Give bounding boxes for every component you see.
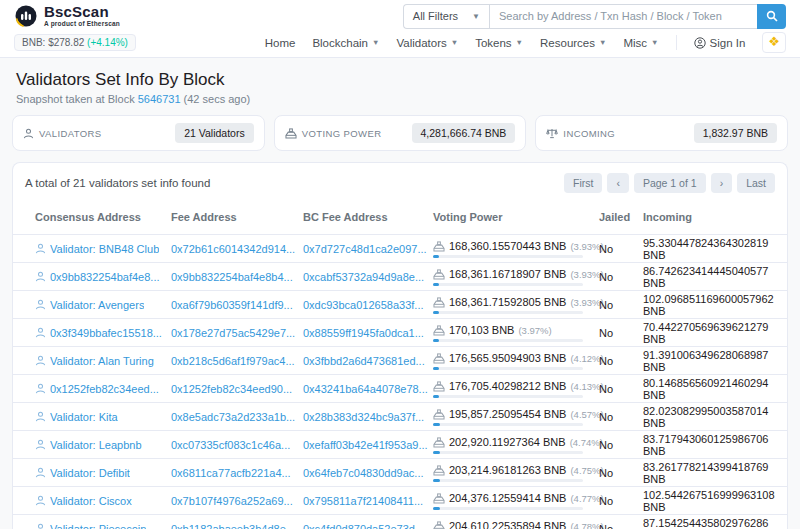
voting-power-percent: (3.97%)	[518, 325, 551, 336]
voting-power-fill	[433, 367, 439, 370]
ballot-box-icon	[433, 493, 445, 504]
table-row: Validator: Kita 0x8e5adc73a2d233a1b... 0…	[13, 403, 787, 431]
consensus-address-link[interactable]: Validator: Defibit	[50, 467, 130, 479]
bc-fee-address-link[interactable]: 0x28b383d324bc9a37f...	[303, 411, 424, 423]
validators-stat-value: 21 Validators	[175, 123, 254, 143]
validators-icon	[23, 128, 34, 139]
bc-fee-address-link[interactable]: 0x88559ff1945fa0dca1...	[303, 327, 424, 339]
fee-address-link[interactable]: 0x7b107f4976a252a69...	[171, 495, 293, 507]
voting-power-percent: (4.74%)	[570, 437, 603, 448]
jailed-value: No	[599, 327, 643, 339]
consensus-address-link[interactable]: Validator: Leapbnb	[50, 439, 142, 451]
bnb-chain-button[interactable]: ❖	[762, 32, 786, 53]
bc-fee-address-link[interactable]: 0xefaff03b42e41f953a9...	[303, 439, 428, 451]
voting-power-stat-card: VOTING POWER 4,281,666.74 BNB	[274, 115, 527, 151]
voting-power-bar	[433, 367, 583, 370]
fee-address-link[interactable]: 0xa6f79b60359f141df9...	[171, 299, 293, 311]
pagination-prev-button[interactable]: ‹	[607, 173, 629, 193]
sign-in-button[interactable]: Sign In	[694, 37, 746, 49]
validators-table-card: A total of 21 validators set info found …	[12, 162, 788, 529]
incoming-value: 70.442270569639621279 BNB	[643, 321, 775, 345]
voting-power-fill	[433, 479, 440, 482]
pagination-next-button[interactable]: ›	[711, 173, 733, 193]
ballot-box-icon	[433, 325, 445, 336]
consensus-address-link[interactable]: 0x3f349bbafec15518...	[50, 327, 162, 339]
pagination-current-page: Page 1 of 1	[634, 173, 706, 193]
bscscan-logo[interactable]: BscScan A product of Etherscan	[14, 4, 120, 28]
bc-fee-address-link[interactable]: 0x795811a7f21408411...	[303, 495, 423, 507]
ballot-box-icon	[433, 297, 445, 308]
fee-address-link[interactable]: 0x6811ca77acfb221a4...	[171, 467, 291, 479]
voting-power-stat-value: 4,281,666.74 BNB	[412, 123, 516, 143]
validators-stat-card: VALIDATORS 21 Validators	[12, 115, 265, 151]
bc-fee-address-link[interactable]: 0xcabf53732a94d9a8e...	[303, 271, 424, 283]
ballot-box-icon	[433, 381, 445, 392]
consensus-address-link[interactable]: Validator: BNB48 Club	[50, 243, 159, 255]
voting-power-value: 168,361.71592805 BNB	[449, 296, 566, 308]
fee-address-link[interactable]: 0x178e27d75ac5429e7...	[171, 327, 295, 339]
consensus-address-link[interactable]: Validator: Avengers	[50, 299, 144, 311]
nav-item-blockchain[interactable]: Blockchain ▼	[312, 37, 379, 49]
fee-address-link[interactable]: 0x1252feb82c34eed90...	[171, 383, 292, 395]
voting-power-value: 202,920.11927364 BNB	[449, 436, 566, 448]
nav-item-home[interactable]: Home	[265, 37, 296, 49]
chevron-down-icon: ▼	[451, 38, 458, 47]
search-filter-label: All Filters	[413, 10, 458, 22]
fee-address-link[interactable]: 0xb218c5d6af1f979ac4...	[171, 355, 295, 367]
bnb-price-change: (+4.14%)	[87, 37, 128, 48]
bc-fee-address-link[interactable]: 0xc4fd0d870da52e73d...	[303, 523, 424, 529]
table-card-header: A total of 21 validators set info found …	[13, 163, 787, 203]
nav-item-resources[interactable]: Resources ▼	[540, 37, 606, 49]
page-content: Validators Set Info By Block Snapshot ta…	[0, 58, 800, 529]
person-icon	[35, 355, 46, 366]
voting-power-value: 176,705.40298212 BNB	[449, 380, 566, 392]
voting-power-value: 204,376.12559414 BNB	[449, 492, 566, 504]
pagination-last-button[interactable]: Last	[737, 173, 775, 193]
fee-address-link[interactable]: 0x8e5adc73a2d233a1b...	[171, 411, 295, 423]
consensus-address-link[interactable]: Validator: Piececoin	[50, 523, 146, 529]
consensus-address-link[interactable]: Validator: Alan Turing	[50, 355, 154, 367]
page-title: Validators Set Info By Block	[16, 70, 784, 90]
chevron-down-icon: ▼	[372, 38, 379, 47]
column-header-voting-power: Voting Power	[433, 207, 599, 226]
jailed-value: No	[599, 299, 643, 311]
bc-fee-address-link[interactable]: 0x64feb7c04830dd9ac...	[303, 467, 424, 479]
nav-item-tokens[interactable]: Tokens ▼	[475, 37, 523, 49]
consensus-address-link[interactable]: Validator: Ciscox	[50, 495, 132, 507]
bc-fee-address-link[interactable]: 0x3fbbd2a6d473681ed...	[303, 355, 425, 367]
nav-item-validators[interactable]: Validators ▼	[396, 37, 458, 49]
jailed-value: No	[599, 243, 643, 255]
voting-power-bar	[433, 339, 583, 342]
incoming-value: 83.717943060125986706 BNB	[643, 433, 775, 457]
block-number-link[interactable]: 5646731	[138, 93, 181, 105]
jailed-value: No	[599, 439, 643, 451]
table-body: Validator: BNB48 Club 0x72b61c6014342d91…	[13, 235, 787, 529]
pagination-first-button[interactable]: First	[564, 173, 602, 193]
top-bar: BscScan A product of Etherscan All Filte…	[0, 0, 800, 32]
fee-address-link[interactable]: 0x72b61c6014342d914...	[171, 243, 295, 255]
search-input[interactable]	[489, 4, 757, 29]
consensus-address-link[interactable]: Validator: Kita	[50, 411, 118, 423]
fee-address-link[interactable]: 0xc07335cf083c1c46a...	[171, 439, 290, 451]
bc-fee-address-link[interactable]: 0xdc93bca012658a33f...	[303, 299, 424, 311]
consensus-address-link[interactable]: 0x1252feb82c34eed...	[50, 383, 159, 395]
person-icon	[35, 439, 46, 450]
consensus-address-link[interactable]: 0x9bb832254baf4e8...	[50, 271, 160, 283]
fee-address-link[interactable]: 0x9bb832254baf4e8b4...	[171, 271, 293, 283]
jailed-value: No	[599, 383, 643, 395]
person-icon	[35, 467, 46, 478]
person-icon	[35, 243, 46, 254]
incoming-value: 86.742623414445040577 BNB	[643, 265, 775, 289]
chevron-down-icon: ▼	[516, 38, 523, 47]
voting-power-fill	[433, 311, 439, 314]
bc-fee-address-link[interactable]: 0x43241ba64a4078e78...	[303, 383, 428, 395]
person-icon	[35, 327, 46, 338]
nav-item-misc[interactable]: Misc ▼	[623, 37, 658, 49]
bc-fee-address-link[interactable]: 0x7d727c48d1ca2e097...	[303, 243, 427, 255]
table-header-row: Consensus Address Fee Address BC Fee Add…	[13, 203, 787, 235]
table-row: Validator: Ciscox 0x7b107f4976a252a69...…	[13, 487, 787, 515]
search-button[interactable]	[757, 4, 786, 29]
chevron-down-icon: ▼	[651, 38, 658, 47]
search-filter-dropdown[interactable]: All Filters ▼	[403, 4, 489, 29]
fee-address-link[interactable]: 0xb1182abaeeb3b4d8e...	[171, 523, 295, 529]
